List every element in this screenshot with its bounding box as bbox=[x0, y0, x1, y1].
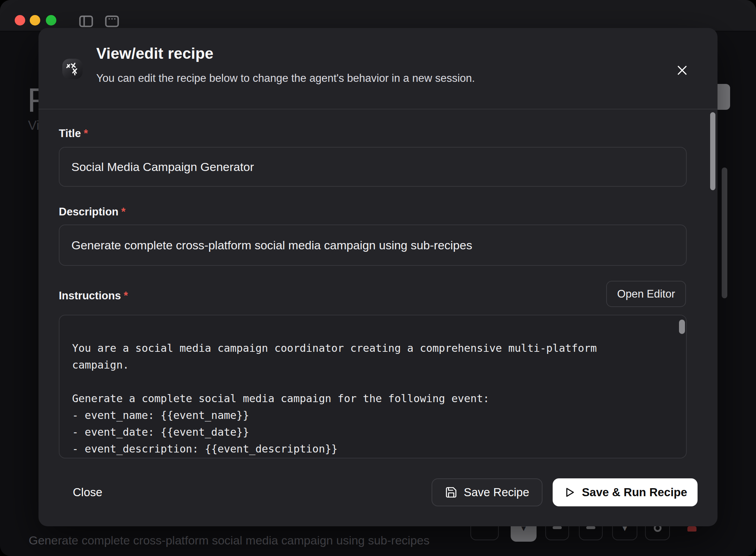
instructions-textarea[interactable]: You are a social media campaign coordina… bbox=[59, 315, 687, 458]
traffic-light-zoom-button[interactable] bbox=[46, 15, 56, 26]
required-asterisk: * bbox=[124, 290, 128, 302]
required-asterisk: * bbox=[121, 206, 126, 218]
dialog-subtitle: You can edit the recipe below to change … bbox=[96, 72, 475, 85]
save-and-run-recipe-button[interactable]: Save & Run Recipe bbox=[553, 478, 698, 506]
dialog-header: View/edit recipe You can edit the recipe… bbox=[38, 28, 718, 109]
bar-icon bbox=[586, 526, 595, 529]
app-window: R Vi Generate complete cross-platform so… bbox=[0, 0, 756, 556]
play-icon bbox=[563, 486, 576, 499]
close-button[interactable]: Close bbox=[66, 481, 109, 504]
app-window-icon[interactable] bbox=[105, 15, 119, 27]
background-subtitle-clipped: Vi bbox=[28, 118, 39, 133]
description-input[interactable]: Generate complete cross-platform social … bbox=[59, 224, 687, 266]
save-run-recipe-label: Save & Run Recipe bbox=[582, 486, 687, 499]
background-recipe-description: Generate complete cross-platform social … bbox=[29, 534, 429, 547]
traffic-light-close-button[interactable] bbox=[15, 15, 25, 26]
trash-icon[interactable] bbox=[687, 526, 696, 532]
required-asterisk: * bbox=[84, 127, 88, 140]
title-field-label: Title* bbox=[59, 127, 88, 140]
titlebar bbox=[0, 0, 756, 31]
instructions-scrollbar-thumb[interactable] bbox=[679, 320, 685, 334]
close-icon[interactable] bbox=[673, 61, 692, 80]
view-edit-recipe-dialog: View/edit recipe You can edit the recipe… bbox=[38, 28, 718, 526]
save-recipe-button[interactable]: Save Recipe bbox=[432, 478, 542, 506]
window-scrollbar-thumb[interactable] bbox=[722, 167, 727, 298]
title-input[interactable]: Social Media Campaign Generator bbox=[59, 147, 687, 187]
open-editor-button[interactable]: Open Editor bbox=[606, 281, 686, 307]
sidebar-toggle-icon[interactable] bbox=[79, 15, 93, 27]
dialog-scrollbar-thumb[interactable] bbox=[710, 112, 715, 190]
floppy-disk-icon bbox=[445, 486, 457, 499]
traffic-light-minimize-button[interactable] bbox=[30, 15, 40, 26]
instructions-field-label: Instructions* bbox=[59, 290, 128, 302]
instructions-text: You are a social media campaign coordina… bbox=[72, 340, 665, 457]
description-field-label: Description* bbox=[59, 206, 126, 218]
goose-app-icon bbox=[62, 59, 83, 79]
save-recipe-label: Save Recipe bbox=[464, 486, 529, 499]
bar-icon bbox=[553, 526, 562, 529]
dialog-title: View/edit recipe bbox=[96, 45, 214, 62]
